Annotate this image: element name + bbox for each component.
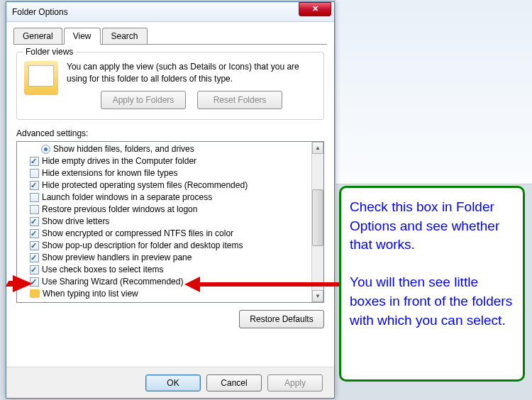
apply-button[interactable]: Apply: [267, 374, 323, 391]
list-item[interactable]: Restore previous folder windows at logon: [17, 204, 311, 216]
scroll-thumb[interactable]: [312, 189, 323, 246]
folder-options-dialog: Folder Options ✕ General View Search Fol…: [6, 1, 335, 399]
tab-content: Folder views You can apply the view (suc…: [6, 45, 334, 335]
annotation-text-1: Check this box in Folder Options and see…: [350, 198, 514, 255]
scroll-up-button[interactable]: ▲: [312, 142, 323, 154]
checkbox-icon[interactable]: [30, 241, 39, 250]
list-item-label: Use check boxes to select items: [42, 265, 163, 274]
radio-icon[interactable]: [41, 301, 50, 302]
checkbox-icon[interactable]: [30, 229, 39, 238]
checkbox-icon[interactable]: [30, 157, 39, 166]
checkbox-icon[interactable]: [30, 181, 39, 190]
checkbox-icon[interactable]: [30, 217, 39, 226]
list-item-label: Show drive letters: [42, 216, 109, 226]
checkbox-icon[interactable]: [30, 265, 39, 274]
list-item[interactable]: Show pop-up description for folder and d…: [17, 240, 311, 252]
list-item-label: Launch folder windows in a separate proc…: [42, 192, 212, 202]
annotation-callout: Check this box in Folder Options and see…: [339, 186, 525, 382]
list-item-label: Automatically type into the Search Box: [53, 301, 199, 302]
background-window: [335, 0, 532, 184]
list-item[interactable]: Automatically type into the Search Box: [17, 300, 311, 302]
arrow-annotation: [195, 282, 341, 287]
titlebar[interactable]: Folder Options ✕: [6, 2, 334, 22]
advanced-settings-list: Show hidden files, folders, and drivesHi…: [16, 141, 324, 303]
dialog-footer: OK Cancel Apply: [6, 367, 334, 398]
scroll-down-button[interactable]: ▼: [312, 290, 323, 302]
list-item-label: Restore previous folder windows at logon: [42, 204, 197, 214]
list-item-label: Show hidden files, folders, and drives: [53, 144, 194, 154]
folder-views-label: Folder views: [23, 47, 76, 57]
restore-defaults-button[interactable]: Restore Defaults: [239, 310, 324, 328]
checkbox-icon[interactable]: [30, 193, 39, 202]
apply-to-folders-button[interactable]: Apply to Folders: [101, 91, 186, 109]
tab-search[interactable]: Search: [102, 28, 148, 44]
folder-icon: [24, 61, 58, 95]
list-item[interactable]: Show preview handlers in preview pane: [17, 252, 311, 264]
dialog-title: Folder Options: [12, 7, 68, 17]
checkbox-icon[interactable]: [30, 253, 39, 262]
list-item-label: Show pop-up description for folder and d…: [42, 240, 243, 250]
folder-views-description: You can apply the view (such as Details …: [67, 61, 316, 85]
list-item[interactable]: Use check boxes to select items: [17, 264, 311, 276]
list-item[interactable]: Hide empty drives in the Computer folder: [17, 155, 311, 167]
reset-folders-button[interactable]: Reset Folders: [197, 91, 282, 109]
list-item[interactable]: When typing into list view: [17, 288, 311, 300]
list-item[interactable]: Hide protected operating system files (R…: [17, 179, 311, 191]
checkbox-icon[interactable]: [30, 205, 39, 214]
list-item[interactable]: Show drive letters: [17, 216, 311, 228]
list-item-label: Hide empty drives in the Computer folder: [42, 156, 196, 166]
tab-view[interactable]: View: [64, 28, 101, 45]
close-icon: ✕: [312, 4, 318, 13]
close-button[interactable]: ✕: [299, 2, 331, 16]
tab-general[interactable]: General: [13, 28, 62, 44]
list-item[interactable]: Hide extensions for known file types: [17, 167, 311, 179]
arrow-left-head-icon: [13, 275, 33, 292]
list-item[interactable]: Launch folder windows in a separate proc…: [17, 191, 311, 204]
list-item-label: When typing into list view: [43, 289, 138, 299]
arrow-head-icon: [184, 277, 200, 292]
scroll-track[interactable]: [312, 154, 323, 290]
ok-button[interactable]: OK: [145, 374, 201, 391]
list-item-label: Show encrypted or compressed NTFS files …: [42, 228, 233, 238]
scrollbar[interactable]: ▲ ▼: [311, 142, 323, 302]
advanced-settings-label: Advanced settings:: [16, 128, 324, 138]
annotation-text-2: You will then see little boxes in front …: [350, 273, 514, 330]
list-item-label: Hide extensions for known file types: [42, 168, 177, 178]
list-item-label: Hide protected operating system files (R…: [42, 180, 248, 190]
checkbox-icon[interactable]: [30, 169, 39, 178]
list-item-label: Use Sharing Wizard (Recommended): [42, 277, 183, 287]
cancel-button[interactable]: Cancel: [206, 374, 262, 391]
tab-strip: General View Search: [13, 28, 327, 45]
list-item[interactable]: Show hidden files, folders, and drives: [17, 143, 311, 155]
list-item-label: Show preview handlers in preview pane: [42, 252, 192, 262]
folder-views-group: Folder views You can apply the view (suc…: [16, 52, 324, 120]
list-item[interactable]: Show encrypted or compressed NTFS files …: [17, 228, 311, 240]
radio-icon[interactable]: [41, 145, 50, 154]
